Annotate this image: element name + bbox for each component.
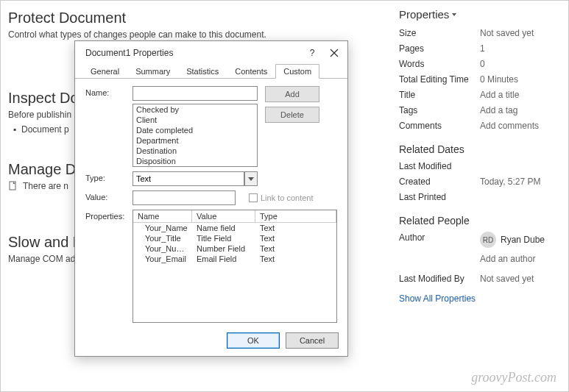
cell: Text: [255, 254, 336, 264]
add-button[interactable]: Add: [265, 86, 319, 102]
cancel-button[interactable]: Cancel: [286, 332, 339, 349]
cell: Your_Name: [133, 223, 192, 233]
type-combobox[interactable]: [132, 171, 258, 186]
bullet-icon: ▪: [13, 124, 17, 135]
related-people-heading: Related People: [399, 215, 559, 227]
ok-button[interactable]: OK: [227, 332, 280, 349]
cell: Title Field: [192, 233, 255, 243]
property-key: Pages: [399, 43, 480, 54]
properties-table[interactable]: Name Value Type Your_NameName fieldTextY…: [132, 210, 337, 323]
cell: Email Field: [192, 254, 255, 264]
list-item[interactable]: Destination: [133, 146, 257, 156]
col-name[interactable]: Name: [133, 210, 192, 222]
author-name[interactable]: Ryan Dube: [501, 235, 545, 245]
table-row[interactable]: Your_TitleTitle FieldText: [133, 233, 336, 243]
property-key: Title: [399, 90, 480, 100]
date-row: CreatedToday, 5:27 PM: [399, 174, 559, 189]
svg-rect-0: [10, 182, 15, 190]
col-type[interactable]: Type: [255, 210, 336, 222]
cell: Number Field: [192, 243, 255, 254]
document-icon: [8, 181, 18, 191]
date-row: Last Printed: [399, 189, 559, 204]
delete-button[interactable]: Delete: [265, 107, 319, 123]
property-row: SizeNot saved yet: [399, 25, 559, 40]
related-dates-heading: Related Dates: [399, 143, 559, 155]
property-row: TagsAdd a tag: [399, 102, 559, 118]
date-row: Last Modified: [399, 158, 559, 174]
tab-contents[interactable]: Contents: [227, 64, 275, 79]
cell: Your_Email: [133, 254, 192, 264]
property-key: Size: [399, 28, 480, 38]
property-row: Total Editing Time0 Minutes: [399, 71, 559, 87]
list-item[interactable]: Checked by: [133, 104, 257, 115]
property-key: Total Editing Time: [399, 74, 480, 85]
property-value[interactable]: 1: [480, 43, 485, 54]
link-to-content-label: Link to content: [261, 193, 314, 202]
cell: Name field: [192, 223, 255, 233]
date-key: Created: [399, 177, 480, 187]
cell: Your_Title: [133, 233, 192, 243]
add-author-link[interactable]: Add an author: [480, 254, 535, 264]
name-label: Name:: [85, 86, 132, 97]
name-suggestions-list[interactable]: Checked byClientDate completedDepartment…: [132, 104, 258, 167]
property-row: Pages1: [399, 40, 559, 56]
inspect-bullet-text: Document p: [21, 124, 69, 135]
tab-statistics[interactable]: Statistics: [178, 64, 227, 79]
dialog-title: Document1 Properties: [85, 48, 173, 58]
property-value[interactable]: Add comments: [480, 121, 539, 131]
author-label: Author: [399, 232, 480, 243]
type-value[interactable]: [132, 171, 244, 186]
list-item[interactable]: Date completed: [133, 125, 257, 135]
value-input[interactable]: [132, 190, 236, 205]
dialog-help-button[interactable]: ?: [306, 47, 318, 59]
table-row[interactable]: Your_EmailEmail FieldText: [133, 254, 336, 264]
property-key: Tags: [399, 105, 480, 115]
property-row: Words0: [399, 56, 559, 71]
value-label: Value:: [85, 190, 132, 202]
property-row: CommentsAdd comments: [399, 118, 559, 133]
type-label: Type:: [85, 171, 132, 182]
manage-sub: There are n: [23, 181, 68, 191]
property-key: Words: [399, 59, 480, 69]
protect-heading: Protect Document: [8, 10, 381, 26]
lastmod-value: Not saved yet: [480, 274, 534, 284]
property-value[interactable]: 0 Minutes: [480, 74, 518, 85]
show-all-properties-link[interactable]: Show All Properties: [399, 293, 476, 304]
property-key: Comments: [399, 121, 480, 131]
name-input[interactable]: [132, 86, 258, 101]
close-icon[interactable]: [328, 47, 340, 59]
list-item[interactable]: Disposition: [133, 156, 257, 166]
cell: Your_Nu…: [133, 243, 192, 254]
cell: Text: [255, 243, 336, 254]
properties-title-text: Properties: [399, 8, 449, 21]
property-value[interactable]: 0: [480, 59, 485, 69]
properties-dropdown[interactable]: Properties: [399, 8, 559, 21]
properties-dialog: Document1 Properties ? GeneralSummarySta…: [74, 40, 348, 357]
avatar[interactable]: RD: [480, 232, 496, 248]
date-value: Today, 5:27 PM: [480, 177, 541, 187]
lastmod-label: Last Modified By: [399, 274, 480, 284]
list-item[interactable]: Client: [133, 115, 257, 125]
tab-summary[interactable]: Summary: [127, 64, 178, 79]
chevron-down-icon: [452, 13, 456, 16]
property-row: TitleAdd a title: [399, 87, 559, 102]
date-key: Last Modified: [399, 161, 480, 171]
tab-general[interactable]: General: [82, 64, 127, 79]
col-value[interactable]: Value: [192, 210, 255, 222]
table-row[interactable]: Your_NameName fieldText: [133, 223, 336, 233]
link-to-content-checkbox[interactable]: [249, 193, 258, 202]
property-value[interactable]: Add a tag: [480, 105, 517, 115]
cell: Text: [255, 233, 336, 243]
tab-custom[interactable]: Custom: [275, 64, 319, 79]
property-value[interactable]: Not saved yet: [480, 28, 534, 38]
list-item[interactable]: Department: [133, 135, 257, 146]
cell: Text: [255, 223, 336, 233]
date-key: Last Printed: [399, 192, 480, 202]
watermark: groovyPost.com: [471, 370, 556, 385]
table-row[interactable]: Your_Nu…Number FieldText: [133, 243, 336, 254]
protect-sub: Control what types of changes people can…: [8, 29, 381, 40]
chevron-down-icon[interactable]: [244, 171, 258, 186]
property-value[interactable]: Add a title: [480, 90, 519, 100]
properties-label: Properties:: [85, 210, 132, 323]
